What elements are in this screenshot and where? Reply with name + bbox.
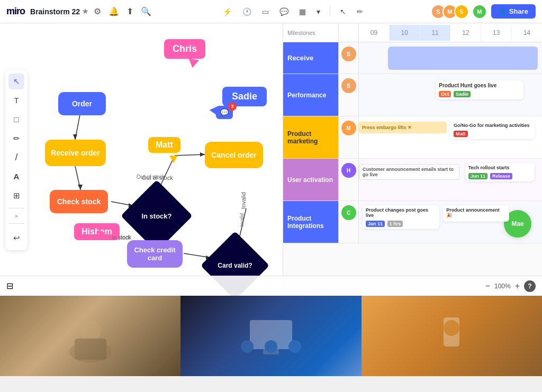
avatar-row-mkt: M xyxy=(341,121,356,135)
topbar-right: S M 5 M 👤 Share xyxy=(434,4,536,19)
board-title[interactable]: Brainstorm 22 ★ xyxy=(30,7,88,16)
note-tool[interactable]: □ xyxy=(8,112,24,127)
in-stock-text: In stock xyxy=(112,235,130,241)
frame-tool[interactable]: ⊞ xyxy=(8,188,24,204)
line-tool[interactable]: / xyxy=(8,150,24,166)
text-tool[interactable]: T xyxy=(8,93,24,108)
gantt-person-product-mkt: M xyxy=(339,116,359,158)
embargo-span: Press embargo lifts ✕ xyxy=(359,122,447,133)
grid-btn[interactable]: ▦ xyxy=(296,5,309,18)
gantt-label-product-mkt: Product marketing xyxy=(283,116,339,158)
cancel-order-node[interactable]: Cancel order xyxy=(205,142,263,168)
arrow-matt xyxy=(169,156,178,163)
gantt-content-receive xyxy=(359,42,542,74)
bottom-img-1 xyxy=(0,296,180,376)
share-button[interactable]: 👤 Share xyxy=(491,4,536,19)
bell-icon[interactable]: 🔔 xyxy=(109,6,119,16)
avatar-mae: M xyxy=(472,4,487,19)
comment-btn[interactable]: 💬 xyxy=(276,5,292,18)
gantt-header: Milestones 09 10 11 12 13 14 xyxy=(283,23,542,42)
pen-tool[interactable]: ✏ xyxy=(8,131,24,147)
gantt-content-performance: Product Hunt goes live Oct Sadie xyxy=(359,74,542,116)
user-cursor-chris: Chris xyxy=(164,39,205,59)
avatar-row-sadie: S xyxy=(341,47,356,61)
gantt-person-user-act: H xyxy=(339,159,359,200)
bottom-images xyxy=(0,296,542,376)
toolbar-separator xyxy=(8,208,24,208)
user-cursor-matt: Matt xyxy=(148,137,180,153)
chat-bubble[interactable]: 💬 3 xyxy=(216,106,233,119)
search-icon[interactable]: 🔍 xyxy=(141,6,151,16)
check-credit-node[interactable]: Check credit card xyxy=(127,240,183,268)
select-tool[interactable]: ↖ xyxy=(8,74,24,89)
text-format-tool[interactable]: A xyxy=(8,169,24,185)
canvas-area: ↖ T □ ✏ / A ⊞ » ↩ xyxy=(0,23,542,296)
svg-point-21 xyxy=(241,340,254,353)
gantt-panel: Milestones 09 10 11 12 13 14 Receive S xyxy=(283,23,542,296)
zoom-level: 100% xyxy=(494,282,511,290)
bottom-bar: ⊟ − 100% + ? xyxy=(0,276,542,296)
sidebar-toggle[interactable]: ⊟ xyxy=(6,281,13,291)
receive-span xyxy=(388,47,538,70)
gantt-content-product-int: Product changes post goes live Jan 11 1 … xyxy=(359,201,542,243)
undo-tool[interactable]: ↩ xyxy=(8,230,24,246)
gantt-label-performance: Performance xyxy=(283,74,339,116)
col-10: 10 xyxy=(390,25,420,41)
gantt-content-user-act: Customer announcement emails start to go… xyxy=(359,159,542,200)
gantt-person-receive: S xyxy=(339,42,359,74)
share-person-icon: 👤 xyxy=(499,7,507,15)
tag-matt: Matt xyxy=(454,131,468,137)
img-phone-person xyxy=(362,296,542,376)
topbar-left: miro Brainstorm 22 ★ ⚙ 🔔 ⬆ 🔍 xyxy=(6,6,151,17)
tag-jun11: Jun 11 xyxy=(468,173,488,179)
clock-btn[interactable]: 🕐 xyxy=(239,5,255,18)
gantt-row-performance: Performance S Sadie Product Hunt goes li… xyxy=(283,74,542,116)
miro-logo: miro xyxy=(6,6,25,17)
gantt-col-headers: 09 10 11 12 13 14 xyxy=(359,25,542,41)
more-tools[interactable]: » xyxy=(8,213,24,219)
upload-icon[interactable]: ⬆ xyxy=(127,6,133,16)
tag-oct: Oct xyxy=(439,91,451,97)
pen-btn[interactable]: ✏ xyxy=(354,5,366,18)
gear-icon[interactable]: ⚙ xyxy=(94,6,101,16)
customer-span: Customer announcement emails start to go… xyxy=(359,164,459,180)
left-toolbar: ↖ T □ ✏ / A ⊞ » ↩ xyxy=(5,69,28,250)
gantt-person-performance: S Sadie xyxy=(339,74,359,116)
svg-rect-18 xyxy=(75,339,106,360)
gantt-row-product-int: Product Integrations C Product changes p… xyxy=(283,201,542,243)
receive-order-node[interactable]: Receive order xyxy=(45,140,106,166)
order-node[interactable]: Order xyxy=(58,92,106,115)
gantt-row-user-act: User activation H Customer announcement … xyxy=(283,159,542,201)
milestones-header: Milestones xyxy=(283,23,339,42)
in-stock-diamond[interactable]: In stock? xyxy=(131,190,182,241)
star-icon[interactable]: ★ xyxy=(82,7,88,15)
cursor-btn[interactable]: ↖ xyxy=(337,5,349,18)
col-13: 13 xyxy=(481,25,512,41)
topbar-divider xyxy=(330,6,330,17)
svg-point-23 xyxy=(265,340,277,353)
avatar-group: S M 5 M xyxy=(434,4,487,19)
gantt-row-receive: Receive S xyxy=(283,42,542,74)
invalid-label: Invalid xyxy=(240,192,247,209)
help-btn[interactable]: ? xyxy=(524,280,536,292)
check-stock-node[interactable]: Check stock xyxy=(50,190,108,213)
zoom-in-btn[interactable]: + xyxy=(515,281,520,291)
gonogo-card: Go/No-Go for marketing activities Matt xyxy=(450,121,535,139)
avatar-row-perf: S xyxy=(341,78,356,93)
frame-btn[interactable]: ▭ xyxy=(259,5,272,18)
zoom-out-btn[interactable]: − xyxy=(485,281,490,291)
svg-point-25 xyxy=(444,320,459,336)
svg-line-7 xyxy=(175,154,205,156)
tag-1hrs: 1 hrs xyxy=(387,221,403,227)
gantt-person-product-int: C xyxy=(339,201,359,243)
gantt-label-product-int: Product Integrations xyxy=(283,201,339,243)
lightning-btn[interactable]: ⚡ xyxy=(220,5,235,18)
svg-line-12 xyxy=(184,253,211,258)
chevron-down-btn[interactable]: ▾ xyxy=(313,5,323,18)
svg-marker-1 xyxy=(73,134,77,140)
col-11: 11 xyxy=(420,25,451,41)
bottom-img-3 xyxy=(362,296,542,376)
gantt-row-product-mkt: Product marketing M Press embargo lifts … xyxy=(283,116,542,159)
tag-release: Release xyxy=(490,173,512,179)
avatar-row-int: C xyxy=(341,205,356,220)
